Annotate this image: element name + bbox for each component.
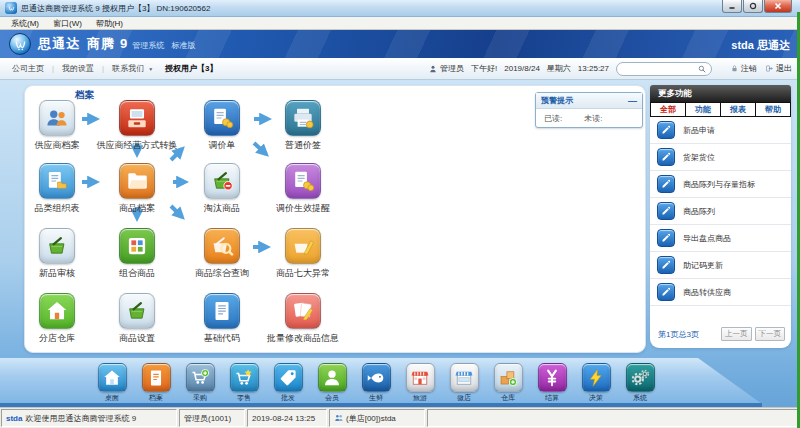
alert-header[interactable]: 预警提示 — [536, 93, 642, 109]
maximize-button[interactable] [743, 0, 763, 13]
module-8[interactable]: 调价生效提醒 [255, 163, 351, 215]
tab-authorized-users[interactable]: 授权用户【3】 [165, 63, 217, 74]
sidebar-item-7[interactable]: 商品转供应商 [650, 279, 791, 306]
dock-tile[interactable] [450, 363, 479, 392]
alert-body: 已读: 未读: [536, 109, 642, 127]
minimize-button[interactable] [722, 0, 742, 13]
dock-tile[interactable] [318, 363, 347, 392]
module-2[interactable]: 供应商经营方式转换 [89, 100, 185, 152]
store-red-icon [409, 367, 431, 389]
dock-item-6[interactable]: 会员 [310, 363, 354, 403]
menu-item-1[interactable]: 系统(M) [4, 18, 46, 29]
module-tile[interactable] [285, 228, 321, 264]
page-info: 第1页总3页 [658, 329, 699, 340]
next-page-button[interactable]: 下一页 [755, 327, 786, 341]
module-4[interactable]: 普通价签 [255, 100, 351, 152]
nav-right-area: 管理员 下午好! 2019/8/24 星期六 13:25:27 注销 退出 [428, 62, 792, 76]
prev-page-button[interactable]: 上一页 [721, 327, 752, 341]
fish-icon [365, 367, 387, 389]
module-tile[interactable] [285, 163, 321, 199]
logout-button[interactable]: 注销 [730, 63, 757, 74]
module-tile[interactable] [119, 163, 155, 199]
module-6[interactable]: 商品档案 [89, 163, 185, 215]
module-tile[interactable] [119, 100, 155, 136]
module-tile[interactable] [39, 100, 75, 136]
dock-tile[interactable] [406, 363, 435, 392]
dock-item-3[interactable]: 采购 [178, 363, 222, 403]
module-tile[interactable] [39, 293, 75, 329]
dock-tile[interactable] [494, 363, 523, 392]
window-controls [721, 0, 792, 13]
dock-item-13[interactable]: 系统 [618, 363, 662, 403]
dock-item-4[interactable]: 零售 [222, 363, 266, 403]
sidebar-tab-3[interactable]: 报表 [721, 103, 755, 116]
dock-item-1[interactable]: 桌面 [90, 363, 134, 403]
sidebar-item-3[interactable]: 商品陈列与存量指标 [650, 171, 791, 198]
module-tile[interactable] [285, 293, 321, 329]
module-tile[interactable] [285, 100, 321, 136]
bolt-icon [585, 367, 607, 389]
nav-link-1[interactable]: 公司主页 [12, 63, 44, 74]
sidebar-item-1[interactable]: 新品申请 [650, 117, 791, 144]
dock-label: 微店 [442, 393, 486, 403]
search-box[interactable] [616, 62, 712, 76]
dock-tile[interactable] [98, 363, 127, 392]
module-14[interactable]: 商品设置 [89, 293, 185, 345]
menu-item-2[interactable]: 窗口(W) [46, 18, 89, 29]
title-bar[interactable]: 思通达商腾管理系统 9 授权用户【3】 DN:190620562 [0, 0, 800, 17]
module-12[interactable]: 商品七大异常 [255, 228, 351, 280]
dock-tile[interactable] [626, 363, 655, 392]
status-welcome-text: 欢迎使用思通达商腾管理系统 9 [25, 413, 136, 424]
module-tile[interactable] [204, 100, 240, 136]
search-input[interactable] [621, 63, 697, 74]
nav-link-2[interactable]: 我的设置 [62, 63, 94, 74]
search-icon[interactable] [697, 64, 707, 74]
exit-icon [765, 64, 774, 73]
sidebar-item-icon [657, 256, 675, 274]
dock-item-7[interactable]: 生鲜 [354, 363, 398, 403]
module-tile[interactable] [204, 228, 240, 264]
dock-tile[interactable] [186, 363, 215, 392]
basket-pencil-icon [290, 233, 316, 259]
module-tile[interactable] [119, 228, 155, 264]
dock-tile[interactable] [274, 363, 303, 392]
module-tile[interactable] [39, 228, 75, 264]
module-label: 组合商品 [89, 267, 185, 280]
status-bar: stda 欢迎使用思通达商腾管理系统 9 管理员(1001) 2019-08-2… [0, 407, 800, 428]
dock-tile[interactable] [230, 363, 259, 392]
sidebar-item-6[interactable]: 助记码更新 [650, 252, 791, 279]
dock-label: 桌面 [90, 393, 134, 403]
dock-item-10[interactable]: 仓库 [486, 363, 530, 403]
sidebar-tab-4[interactable]: 帮助 [756, 103, 790, 116]
module-tile[interactable] [39, 163, 75, 199]
module-16[interactable]: 批量修改商品信息 [255, 293, 351, 345]
menu-item-3[interactable]: 帮助(H) [89, 18, 130, 29]
dock-item-9[interactable]: 微店 [442, 363, 486, 403]
module-10[interactable]: 组合商品 [89, 228, 185, 280]
module-tile[interactable] [204, 293, 240, 329]
module-tile[interactable] [204, 163, 240, 199]
dock-item-2[interactable]: 档案 [134, 363, 178, 403]
sidebar-item-4[interactable]: 商品陈列 [650, 198, 791, 225]
chevron-down-icon[interactable]: ▼ [148, 66, 153, 72]
alert-minimize-button[interactable]: — [628, 97, 637, 105]
dock-item-8[interactable]: 旅游 [398, 363, 442, 403]
dock-tile[interactable] [362, 363, 391, 392]
dock-tile[interactable] [582, 363, 611, 392]
dock-tile[interactable] [142, 363, 171, 392]
exit-button[interactable]: 退出 [765, 63, 792, 74]
pencil-icon [660, 178, 672, 190]
dock-item-12[interactable]: 决策 [574, 363, 618, 403]
module-label: 商品七大异常 [255, 267, 351, 280]
dock-item-11[interactable]: 结算 [530, 363, 574, 403]
nav-link-3[interactable]: 联系我们 [112, 63, 144, 74]
sidebar-tab-1[interactable]: 全部 [651, 103, 685, 116]
close-button[interactable] [764, 0, 792, 13]
sidebar-item-2[interactable]: 货架货位 [650, 144, 791, 171]
dock-item-5[interactable]: 批发 [266, 363, 310, 403]
dock-tile[interactable] [538, 363, 567, 392]
sidebar-item-5[interactable]: 导出盘点商品 [650, 225, 791, 252]
sidebar-tab-2[interactable]: 功能 [686, 103, 720, 116]
dock-label: 零售 [222, 393, 266, 403]
module-tile[interactable] [119, 293, 155, 329]
